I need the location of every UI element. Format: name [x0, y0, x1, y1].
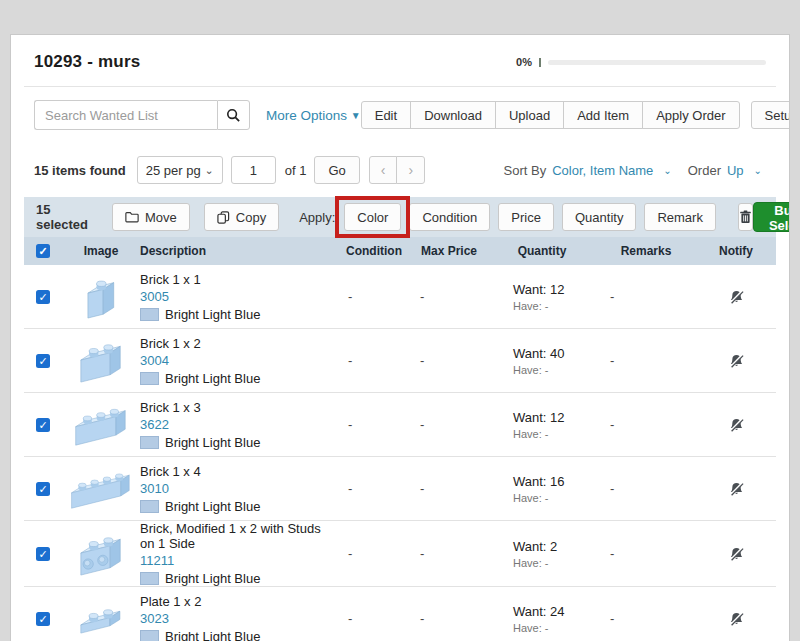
table-row: ✓ Brick 1 x 3 3622 Bright Light Blue - -… [24, 393, 776, 457]
apply-condition-button[interactable]: Condition [409, 203, 490, 231]
chevron-down-icon[interactable]: ⌄ [754, 165, 762, 176]
next-page-button[interactable]: › [396, 156, 425, 184]
notify-toggle[interactable] [696, 353, 776, 369]
apply-quantity-button[interactable]: Quantity [562, 203, 636, 231]
part-description: Brick 1 x 3 3622 Bright Light Blue [140, 400, 338, 450]
chevron-down-icon: ⌄ [205, 164, 214, 177]
apply-button-group: ColorConditionPriceQuantityRemark [344, 203, 716, 231]
notify-toggle[interactable] [696, 611, 776, 627]
apply-color-button[interactable]: Color [344, 203, 401, 231]
part-description: Plate 1 x 2 3023 Bright Light Blue [140, 594, 338, 641]
delete-button[interactable] [738, 203, 753, 231]
page-number-input[interactable] [231, 156, 276, 184]
brick-1x3-image[interactable] [62, 404, 140, 446]
plate-1x2-image[interactable] [62, 604, 140, 634]
pagination-bar: 15 items found 25 per pg ⌄ of 1 Go ‹ › S… [24, 142, 776, 197]
progress-bar [548, 60, 766, 65]
buy-selected-button[interactable]: Buy 15 Selected [753, 202, 790, 232]
apply-price-button[interactable]: Price [498, 203, 554, 231]
part-description: Brick 1 x 2 3004 Bright Light Blue [140, 336, 338, 386]
brick-1x2-side-studs-image[interactable] [62, 532, 140, 576]
notify-toggle[interactable] [696, 546, 776, 562]
page-nav-group: ‹ › [369, 156, 425, 184]
prev-page-button[interactable]: ‹ [369, 156, 398, 184]
move-button[interactable]: Move [112, 203, 190, 231]
order-value[interactable]: Up [727, 163, 744, 178]
have-quantity: Have: - [513, 492, 596, 504]
table-row: ✓ Brick 1 x 4 3010 Bright Light Blue - -… [24, 457, 776, 521]
color-name: Bright Light Blue [165, 371, 260, 386]
color-name: Bright Light Blue [165, 435, 260, 450]
page-title: 10293 - murs [34, 52, 140, 72]
brick-1x2-image[interactable] [62, 339, 140, 383]
condition-value: - [338, 481, 410, 496]
row-checkbox[interactable]: ✓ [36, 290, 50, 304]
table-row: ✓ Brick 1 x 2 3004 Bright Light Blue - -… [24, 329, 776, 393]
notify-toggle[interactable] [696, 289, 776, 305]
table-header-row: ✓ Image Description Condition Max Price … [24, 237, 776, 265]
setup-button[interactable]: Setup [751, 101, 790, 129]
add-item-button[interactable]: Add Item [563, 101, 643, 129]
apply-remark-button[interactable]: Remark [644, 203, 716, 231]
part-number-link[interactable]: 3622 [140, 417, 338, 432]
condition-value: - [338, 611, 410, 626]
condition-value: - [338, 289, 410, 304]
brick-1x4-image[interactable] [62, 469, 140, 509]
have-quantity: Have: - [513, 557, 596, 569]
brick-1x1-image[interactable] [62, 275, 140, 319]
remarks-value: - [596, 417, 696, 432]
max-price-value: - [410, 417, 488, 432]
wanted-list-panel: 10293 - murs 0% More Options ▼ EditDownl… [10, 34, 790, 641]
have-quantity: Have: - [513, 428, 596, 440]
apply-order-button[interactable]: Apply Order [642, 101, 739, 129]
row-checkbox[interactable]: ✓ [36, 612, 50, 626]
items-found-label: 15 items found [34, 163, 126, 178]
sort-by-label: Sort By [504, 163, 547, 178]
sort-by-value[interactable]: Color, Item Name [552, 163, 653, 178]
download-button[interactable]: Download [410, 101, 496, 129]
remarks-value: - [596, 481, 696, 496]
part-number-link[interactable]: 3004 [140, 353, 338, 368]
part-color: Bright Light Blue [140, 499, 338, 514]
part-number-link[interactable]: 3010 [140, 481, 338, 496]
search-button[interactable] [217, 100, 250, 130]
copy-button[interactable]: Copy [204, 203, 279, 231]
chevron-down-icon[interactable]: ⌄ [663, 165, 671, 176]
search-box [34, 100, 250, 130]
select-all-checkbox[interactable]: ✓ [36, 244, 50, 258]
part-number-link[interactable]: 3005 [140, 289, 338, 304]
search-input[interactable] [34, 100, 217, 130]
remarks-value: - [596, 611, 696, 626]
go-button[interactable]: Go [314, 156, 359, 184]
part-number-link[interactable]: 3023 [140, 611, 338, 626]
row-checkbox[interactable]: ✓ [36, 547, 50, 561]
column-header-description: Description [140, 244, 338, 258]
move-label: Move [145, 210, 177, 225]
magnifier-icon [226, 108, 241, 123]
bell-slash-icon [728, 353, 745, 369]
column-header-remarks: Remarks [596, 244, 696, 258]
notify-toggle[interactable] [696, 417, 776, 433]
have-quantity: Have: - [513, 364, 596, 376]
remarks-value: - [596, 353, 696, 368]
edit-button[interactable]: Edit [361, 101, 411, 129]
quantity-cell: Want: 12 Have: - [488, 410, 596, 440]
row-checkbox[interactable]: ✓ [36, 354, 50, 368]
list-action-button-group: EditDownloadUploadAdd ItemApply Order [361, 101, 740, 129]
page-header: 10293 - murs 0% [24, 35, 776, 87]
more-options-link[interactable]: More Options ▼ [266, 108, 361, 123]
per-page-select[interactable]: 25 per pg ⌄ [137, 156, 223, 184]
row-checkbox[interactable]: ✓ [36, 418, 50, 432]
color-name: Bright Light Blue [165, 499, 260, 514]
quantity-cell: Want: 16 Have: - [488, 474, 596, 504]
upload-button[interactable]: Upload [495, 101, 564, 129]
part-number-link[interactable]: 11211 [140, 553, 338, 568]
selected-count-label: 15 selected [36, 202, 88, 232]
part-color: Bright Light Blue [140, 371, 338, 386]
notify-toggle[interactable] [696, 481, 776, 497]
have-quantity: Have: - [513, 622, 596, 634]
max-price-value: - [410, 611, 488, 626]
row-checkbox[interactable]: ✓ [36, 482, 50, 496]
column-header-notify: Notify [696, 244, 776, 258]
part-name: Brick, Modified 1 x 2 with Studs on 1 Si… [140, 521, 338, 551]
